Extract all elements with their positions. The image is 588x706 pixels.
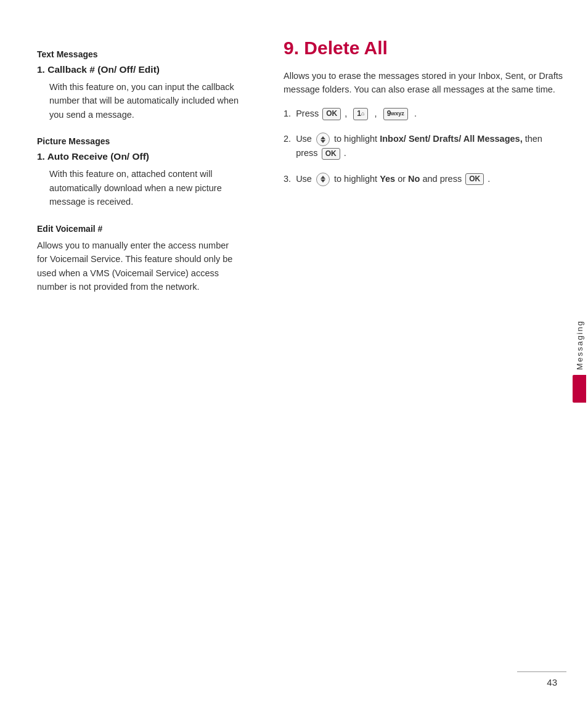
left-column: Text Messages 1. Callback # (On/ Off/ Ed… — [0, 0, 259, 706]
auto-receive-title: 1. Auto Receive (On/ Off) — [37, 151, 240, 162]
delete-all-heading: 9. Delete All — [284, 37, 563, 59]
nav-icon-2 — [316, 133, 330, 146]
picture-messages-header: Picture Messages — [37, 136, 240, 146]
nav-icon-3 — [316, 173, 330, 186]
step-1: 1. Press OK , 1⌂ , 9wxyz . — [284, 107, 563, 121]
voicemail-body: Allows you to manually enter the access … — [37, 239, 240, 294]
callback-body: With this feature on, you can input the … — [49, 80, 240, 121]
step-1-num: 1. — [284, 107, 293, 121]
text-messages-header: Text Messages — [37, 49, 240, 59]
right-column: 9. Delete All Allows you to erase the me… — [259, 0, 588, 706]
edit-voicemail-header: Edit Voicemail # — [37, 224, 240, 234]
step-2: 2. Use to highlight Inbox/ Sent/ Drafts/… — [284, 132, 563, 160]
step-3: 3. Use to highlight Yes or No and press … — [284, 172, 563, 186]
step-3-content: Use to highlight Yes or No and press OK … — [296, 172, 563, 186]
step-2-content: Use to highlight Inbox/ Sent/ Drafts/ Al… — [296, 132, 563, 160]
sidebar-tab: Messaging — [571, 304, 588, 403]
delete-all-intro: Allows you to erase the messages stored … — [284, 69, 563, 97]
step-2-num: 2. — [284, 132, 293, 146]
auto-receive-body: With this feature on, attached content w… — [49, 167, 240, 208]
page-container: Text Messages 1. Callback # (On/ Off/ Ed… — [0, 0, 588, 706]
sidebar-tab-text: Messaging — [575, 315, 584, 370]
page-number: 43 — [547, 677, 557, 688]
page-separator — [517, 671, 566, 672]
ok-button-icon-3: OK — [465, 173, 484, 186]
ok-button-icon-2: OK — [322, 148, 340, 160]
callback-title: 1. Callback # (On/ Off/ Edit) — [37, 64, 240, 75]
ok-button-icon-1: OK — [322, 108, 341, 120]
nine-button-icon: 9wxyz — [383, 108, 408, 120]
one-button-icon: 1⌂ — [353, 108, 368, 120]
step-1-content: Press OK , 1⌂ , 9wxyz . — [296, 107, 563, 121]
sidebar-tab-bar — [573, 375, 586, 403]
step-3-num: 3. — [284, 172, 293, 186]
